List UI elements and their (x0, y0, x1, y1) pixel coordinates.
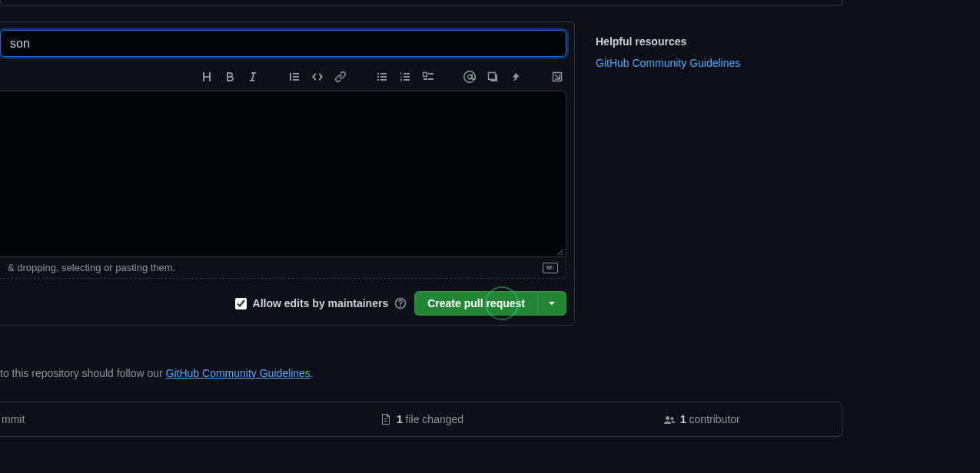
create-pr-button[interactable]: Create pull request (414, 291, 537, 316)
md-toolbar (0, 57, 574, 91)
sidebar-helpful-resources: Helpful resources GitHub Community Guide… (596, 35, 811, 69)
caret-down-icon (549, 302, 555, 305)
task-list-icon[interactable] (422, 71, 434, 83)
number-list-icon[interactable] (399, 71, 411, 83)
people-icon (663, 413, 676, 425)
create-pr-button-group: Create pull request (414, 291, 566, 316)
pr-title-input[interactable] (0, 30, 566, 57)
actions-row: Allow edits by maintainers Create pull r… (0, 279, 574, 316)
heading-icon[interactable] (201, 71, 213, 83)
pr-form-panel: & dropping, selecting or pasting them. M… (0, 22, 575, 326)
commits-stat[interactable]: mmit (0, 413, 281, 425)
reply-icon[interactable] (510, 71, 522, 83)
help-icon[interactable] (394, 297, 407, 309)
guidelines-link[interactable]: GitHub Community Guidelines (166, 367, 311, 379)
allow-edits-checkbox[interactable]: Allow edits by maintainers (235, 297, 407, 309)
guidelines-note: to this repository should follow our Git… (0, 367, 314, 379)
attach-hint-text: & dropping, selecting or pasting them. (8, 262, 175, 273)
sidebar-guidelines-link[interactable]: GitHub Community Guidelines (596, 57, 740, 69)
top-panel-frame (0, 0, 843, 6)
resize-handle-icon[interactable] (556, 247, 564, 255)
file-diff-icon (380, 413, 392, 425)
reference-icon[interactable] (487, 71, 499, 83)
link-icon[interactable] (334, 71, 347, 83)
bold-icon[interactable] (224, 71, 236, 83)
create-pr-dropdown[interactable] (537, 291, 566, 316)
code-icon[interactable] (311, 71, 324, 83)
contributors-stat[interactable]: 1 contributor (562, 413, 842, 425)
bullet-list-icon[interactable] (376, 71, 388, 83)
files-changed-stat[interactable]: 1 file changed (281, 413, 561, 425)
allow-edits-input[interactable] (235, 298, 247, 309)
diff-expand-icon[interactable] (551, 71, 563, 83)
sidebar-heading: Helpful resources (596, 35, 811, 48)
attach-hint-bar[interactable]: & dropping, selecting or pasting them. M… (0, 257, 566, 279)
mention-icon[interactable] (463, 71, 476, 83)
pr-description-textarea[interactable] (0, 91, 566, 257)
allow-edits-label: Allow edits by maintainers (253, 297, 389, 309)
markdown-icon[interactable]: M↓ (543, 263, 558, 273)
quote-icon[interactable] (288, 71, 301, 83)
stats-bar: mmit 1 file changed 1 contributor (0, 402, 842, 437)
italic-icon[interactable] (247, 71, 259, 83)
